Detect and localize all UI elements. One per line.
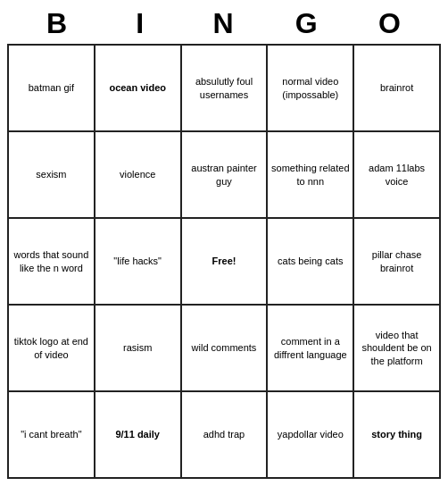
cell-2-0: words that sound like the n word <box>8 218 95 305</box>
title-b: B <box>16 7 99 40</box>
cell-0-1: ocean video <box>95 45 181 131</box>
cell-2-3: cats being cats <box>267 218 353 305</box>
title-i: I <box>99 7 182 40</box>
cell-3-0: tiktok logo at end of video <box>8 305 95 391</box>
cell-1-2: austran painter guy <box>181 131 268 218</box>
cell-4-1: 9/11 daily <box>95 391 181 478</box>
cell-1-0: sexism <box>8 131 95 218</box>
cell-4-4: story thing <box>353 391 440 478</box>
cell-3-4: video that shouldent be on the platform <box>353 305 440 391</box>
bingo-grid: batman gifocean videoabsulutly foul user… <box>7 44 441 479</box>
cell-0-2: absulutly foul usernames <box>181 45 268 131</box>
cell-0-0: batman gif <box>8 45 95 131</box>
cell-1-3: something related to nnn <box>267 131 353 218</box>
cell-1-1: violence <box>95 131 181 218</box>
cell-2-4: pillar chase brainrot <box>353 218 440 305</box>
cell-0-3: normal video (impossable) <box>267 45 353 131</box>
cell-4-0: "i cant breath" <box>8 391 95 478</box>
cell-4-2: adhd trap <box>181 391 268 478</box>
cell-0-4: brainrot <box>353 45 440 131</box>
title-g: G <box>266 7 349 40</box>
cell-1-4: adam 11labs voice <box>353 131 440 218</box>
cell-3-2: wild comments <box>181 305 268 391</box>
cell-3-1: rasism <box>95 305 181 391</box>
bingo-title: B I N G O <box>7 7 441 40</box>
cell-3-3: comment in a diffrent language <box>267 305 353 391</box>
title-o: O <box>349 7 432 40</box>
cell-2-2: Free! <box>181 218 268 305</box>
title-n: N <box>182 7 265 40</box>
cell-4-3: yapdollar video <box>267 391 353 478</box>
cell-2-1: "life hacks" <box>95 218 181 305</box>
